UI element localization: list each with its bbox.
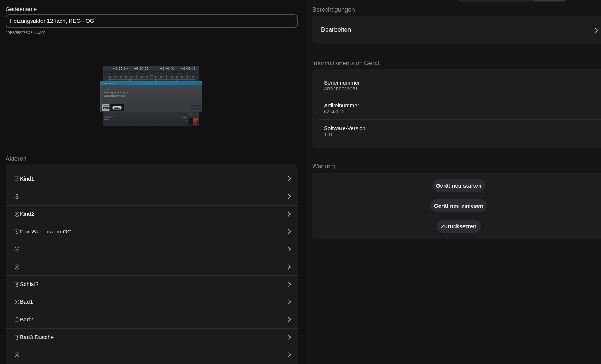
svg-text:DEF: DEF [115, 106, 119, 108]
svg-text:U: U [176, 79, 177, 81]
svg-text:U: U [109, 79, 110, 81]
svg-text:C: C [125, 68, 127, 70]
svg-text:D: D [135, 68, 137, 70]
svg-text:H: H [166, 68, 168, 70]
svg-text:G: G [161, 68, 163, 70]
svg-text:B: B [120, 68, 121, 70]
svg-text:F: F [146, 68, 147, 70]
svg-text:BUSCH-JAEGER: BUSCH-JAEGER [104, 83, 115, 84]
svg-text:A: A [114, 68, 116, 70]
svg-text:Heizungsaktor 12-fach: Heizungsaktor 12-fach [104, 91, 128, 94]
svg-text:DEF: DEF [104, 108, 107, 109]
svg-text:J: J [182, 68, 184, 70]
svg-text:Ident: Ident [182, 116, 186, 118]
svg-text:L: L [193, 68, 194, 70]
svg-text:Busch-free@home®: Busch-free@home® [104, 94, 125, 97]
svg-text:0-10V: 0-10V [150, 79, 153, 81]
svg-text:6254/0.12: 6254/0.12 [104, 88, 113, 90]
svg-text:U: U [155, 79, 156, 81]
svg-text:U: U [129, 79, 131, 81]
svg-text:K: K [188, 68, 189, 70]
svg-text:E: E [141, 68, 142, 70]
